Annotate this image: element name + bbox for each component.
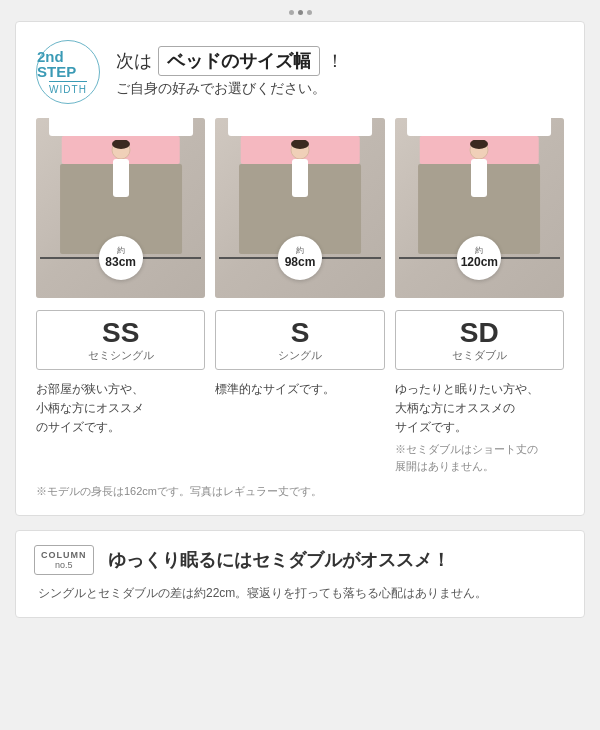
step-subtitle: ご自身の好みでお選びください。 [116,80,344,98]
bed-desc-sd: ゆったりと眠りたい方や、大柄な方にオススメのサイズです。 ※セミダブルはショート… [395,380,564,476]
bed-label-ss[interactable]: SS セミシングル [36,310,205,370]
bed-jp-s: シングル [222,348,377,363]
beds-images-row: 約 83cm 約 98cm [36,118,564,298]
column-header: COLUMN no.5 ゆっくり眠るにはセミダブルがオススメ！ [34,545,566,575]
width-indicator-sd: 約 120cm [457,236,501,280]
bed-image-s: 約 98cm [215,118,384,298]
bed-label-sd[interactable]: SD セミダブル [395,310,564,370]
column-number: no.5 [41,560,87,570]
column-title: ゆっくり眠るにはセミダブルがオススメ！ [108,548,450,572]
arrow-right-ss [143,257,202,259]
column-badge: COLUMN no.5 [34,545,94,575]
svg-rect-10 [471,159,487,197]
arrow-left-sd [399,257,458,259]
bed-code-sd: SD [402,319,557,347]
svg-rect-2 [113,159,129,197]
yaku-s: 約 [296,247,304,255]
step-title-block: 次は ベッドのサイズ幅 ！ ご自身の好みでお選びください。 [116,46,344,98]
step-number: 2nd STEP [37,49,99,79]
arrow-right-s [322,257,381,259]
top-decoration [289,10,312,15]
arrow-left-s [219,257,278,259]
column-label: COLUMN [41,550,87,560]
bed-label-s[interactable]: S シングル [215,310,384,370]
title-highlight: ベッドのサイズ幅 [158,46,320,76]
bed-image-sd: 約 120cm [395,118,564,298]
column-card: COLUMN no.5 ゆっくり眠るにはセミダブルがオススメ！ シングルとセミダ… [15,530,585,618]
width-val-sd: 120cm [461,255,498,269]
bed-jp-ss: セミシングル [43,348,198,363]
yaku-ss: 約 [117,247,125,255]
svg-rect-6 [292,159,308,197]
width-val-ss: 83cm [105,255,136,269]
bed-code-ss: SS [43,319,198,347]
beds-descriptions-row: お部屋が狭い方や、小柄な方にオススメのサイズです。 標準的なサイズです。 ゆった… [36,380,564,476]
width-indicator-ss: 約 83cm [99,236,143,280]
step-badge: 2nd STEP WIDTH [36,40,100,104]
width-val-s: 98cm [285,255,316,269]
model-note: ※モデルの身長は162cmです。写真はレギュラー丈です。 [36,484,564,499]
width-indicator-s: 約 98cm [278,236,322,280]
title-prefix: 次は [116,49,152,73]
yaku-sd: 約 [475,247,483,255]
column-body: シングルとセミダブルの差は約22cm。寝返りを打っても落ちる心配はありません。 [34,583,566,603]
bed-note-sd: ※セミダブルはショート丈の展開はありません。 [395,441,564,476]
bed-desc-s: 標準的なサイズです。 [215,380,384,476]
step-title-line: 次は ベッドのサイズ幅 ！ [116,46,344,76]
arrow-right-sd [501,257,560,259]
arrow-left-ss [40,257,99,259]
main-card: 2nd STEP WIDTH 次は ベッドのサイズ幅 ！ ご自身の好みでお選びく… [15,21,585,516]
bed-code-s: S [222,319,377,347]
title-suffix: ！ [326,49,344,73]
bed-jp-sd: セミダブル [402,348,557,363]
bed-desc-ss: お部屋が狭い方や、小柄な方にオススメのサイズです。 [36,380,205,476]
step-width-label: WIDTH [49,81,87,95]
step-header: 2nd STEP WIDTH 次は ベッドのサイズ幅 ！ ご自身の好みでお選びく… [36,40,564,104]
beds-labels-row: SS セミシングル S シングル SD セミダブル [36,310,564,370]
bed-image-ss: 約 83cm [36,118,205,298]
